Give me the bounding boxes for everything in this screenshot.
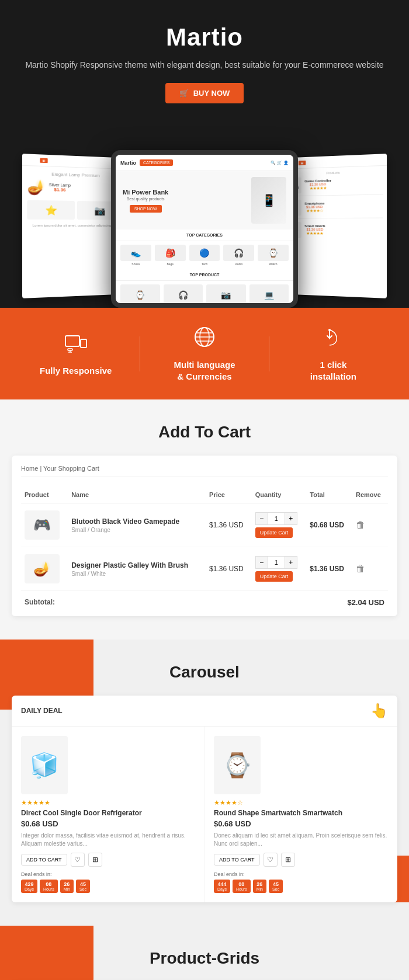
product-total: $1.36 USD [306, 547, 352, 591]
cart-section: Add To Cart Home | Your Shopping Cart Pr… [0, 399, 409, 640]
deal-actions[interactable]: ADD TO CART ♡ ⊞ [214, 853, 388, 867]
update-cart-button[interactable]: Update Cart [255, 527, 293, 538]
qty-input[interactable] [268, 512, 285, 525]
product-variant: Small / White [71, 571, 202, 577]
svg-rect-1 [81, 339, 86, 347]
remove-item-button[interactable]: 🗑 [356, 564, 365, 574]
center-logo: Martio [120, 160, 136, 166]
deal-price: $0.68 USD [214, 819, 388, 828]
countdown-unit: 08Hours [233, 880, 251, 893]
countdown-unit: 429Days [21, 880, 37, 893]
quantity-control[interactable]: − + [255, 556, 303, 569]
deal-compare-button[interactable]: ⊞ [88, 853, 102, 867]
hero-screens: Martio ▣ Elegant Lamp Premium 🪔 Silver L… [12, 121, 397, 308]
deal-stars: ★★★★☆ [214, 799, 388, 807]
update-cart-button[interactable]: Update Cart [255, 571, 293, 582]
cart-breadcrumb: Home | Your Shopping Cart [21, 465, 388, 477]
deal-stars: ★★★★★ [21, 799, 195, 807]
center-screen: Martio CATEGORIES 🔍 🛒 👤 Mi Power Bank Be… [111, 150, 298, 308]
mini-product: 🎧 Audio [223, 245, 254, 266]
carousel-section: Carousel DAILY DEAL 👆 🧊 ★★★★★ Direct Coo… [0, 640, 409, 926]
deal-add-to-cart-button[interactable]: ADD TO CART [21, 854, 67, 866]
feature-install: 1 clickinstallation [269, 325, 397, 382]
cart-section-title: Add To Cart [12, 423, 397, 442]
feature-responsive-label: Fully Responsive [12, 365, 140, 377]
responsive-icon [12, 331, 140, 359]
left-product-img: 🪔 [27, 179, 45, 196]
table-row: 🎮 Blutooth Black Video Gamepade Small / … [21, 503, 388, 547]
deal-actions[interactable]: ADD TO CART ♡ ⊞ [21, 853, 195, 867]
countdown-unit: 45Sec [269, 880, 283, 893]
product-grids-section: Product-Grids TOP PRODUCT FEATUREDLATEST… [0, 926, 409, 980]
col-name: Name [68, 486, 206, 503]
table-row: 🪔 Designer Plastic Galley With Brush Sma… [21, 547, 388, 591]
qty-increase-button[interactable]: + [285, 512, 297, 525]
feature-install-label: 1 clickinstallation [269, 359, 397, 382]
col-product: Product [21, 486, 68, 503]
language-icon [140, 325, 268, 353]
product-name: Blutooth Black Video Gamepade [71, 517, 202, 526]
deal-description: Donec aliquam id leo sit amet aliquam. P… [214, 832, 388, 848]
col-total: Total [306, 486, 352, 503]
qty-decrease-button[interactable]: − [255, 556, 268, 569]
cart-table: Product Name Price Quantity Total Remove… [21, 486, 388, 591]
hero-subtitle: Martio Shopify Responsive theme with ele… [12, 58, 397, 71]
deal-product-img: ⌚ [214, 736, 261, 794]
deal-description: Integer dolor massa, facilisis vitae eui… [21, 832, 195, 848]
left-logo: Martio [25, 158, 37, 162]
deal-wishlist-button[interactable]: ♡ [71, 853, 85, 867]
orange-accent-left2 [0, 926, 93, 980]
deal-ends-label: Deal ends in: [21, 871, 195, 877]
qty-input[interactable] [268, 556, 285, 569]
deal-price: $0.68 USD [21, 819, 195, 828]
feature-responsive: Fully Responsive [12, 331, 140, 377]
cart-icon: 🛒 [179, 89, 189, 98]
hero-title: Martio [12, 23, 397, 51]
mini-product: ⌚ Watch [258, 245, 289, 266]
svg-rect-2 [68, 349, 72, 350]
col-price: Price [206, 486, 252, 503]
svg-rect-0 [65, 336, 79, 346]
subtotal-value: $2.04 USD [347, 598, 384, 607]
remove-item-button[interactable]: 🗑 [356, 520, 365, 530]
feature-language: Multi language& Currencies [140, 325, 268, 382]
qty-decrease-button[interactable]: − [255, 512, 268, 525]
countdown-unit: 45Sec [76, 880, 90, 893]
mini-product: 🎒 Bags [155, 245, 186, 266]
features-section: Fully Responsive Multi language& Currenc… [0, 308, 409, 399]
deal-ends-label: Deal ends in: [214, 871, 388, 877]
deal-item: 🧊 ★★★★★ Direct Cool Single Door Refriger… [12, 727, 204, 902]
countdown-unit: 26Min [60, 880, 74, 893]
deal-wishlist-button[interactable]: ♡ [264, 853, 278, 867]
center-hero-img: 📱 [251, 177, 286, 224]
product-thumbnail: 🪔 [25, 554, 60, 583]
qty-increase-button[interactable]: + [285, 556, 297, 569]
countdown-unit: 444Days [214, 880, 230, 893]
deal-add-to-cart-button[interactable]: ADD TO CART [214, 854, 260, 866]
deal-product-img: 🧊 [21, 736, 68, 794]
cart-subtotal: Subtotal: $2.04 USD [21, 591, 388, 607]
quantity-control[interactable]: − + [255, 512, 303, 525]
product-name: Designer Plastic Galley With Brush [71, 561, 202, 569]
cart-table-wrapper: Home | Your Shopping Cart Product Name P… [12, 456, 397, 616]
daily-deal-label: DAILY DEAL [21, 707, 63, 715]
right-screen: Martio ▣ Products 🎮 Game Controller $1.3… [283, 154, 387, 299]
product-price: $1.36 USD [206, 503, 252, 547]
col-quantity: Quantity [252, 486, 307, 503]
mini-product: 👟 Shoes [120, 245, 151, 266]
mini-product: 🔵 Tech [189, 245, 220, 266]
daily-deal-header: DAILY DEAL 👆 [12, 696, 397, 727]
countdown-unit: 26Min [253, 880, 266, 893]
product-price: $1.36 USD [206, 547, 252, 591]
hero-section: Martio Martio Shopify Responsive theme w… [0, 0, 409, 308]
install-icon [269, 325, 397, 353]
svg-point-10 [328, 329, 331, 331]
buy-now-button[interactable]: 🛒 BUY NOW [165, 83, 244, 103]
product-total: $0.68 USD [306, 503, 352, 547]
cursor-icon[interactable]: 👆 [370, 703, 388, 719]
deal-name: Direct Cool Single Door Refrigerator [21, 809, 195, 817]
deal-compare-button[interactable]: ⊞ [281, 853, 295, 867]
deal-countdown: 429Days08Hours26Min45Sec [21, 880, 195, 893]
countdown-unit: 08Hours [40, 880, 58, 893]
deal-countdown: 444Days08Hours26Min45Sec [214, 880, 388, 893]
